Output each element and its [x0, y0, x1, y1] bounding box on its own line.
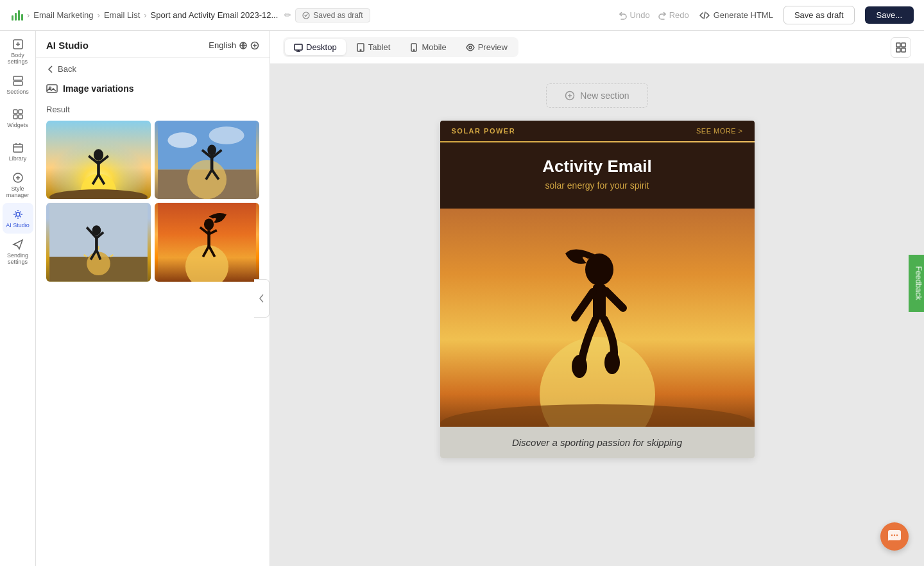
svg-point-52: [204, 219, 214, 230]
sidebar-item-body-settings[interactable]: Body settings: [3, 36, 33, 67]
feedback-btn[interactable]: Feedback: [909, 255, 924, 312]
sidebar-label-style-manager: Style manager: [3, 186, 33, 199]
svg-rect-64: [896, 43, 900, 47]
sidebar-item-widgets[interactable]: Widgets: [3, 103, 33, 133]
canvas-area: Desktop Tablet Mobile Preview: [270, 31, 924, 566]
canvas-scroll[interactable]: New section SOLAR POWER SEE MORE > Activ…: [270, 64, 924, 566]
desktop-label: Desktop: [306, 42, 337, 52]
generate-html-button[interactable]: Generate HTML: [699, 10, 773, 21]
sidebar-label-library: Library: [9, 156, 27, 162]
svg-point-80: [894, 535, 895, 536]
chat-fab[interactable]: [880, 522, 909, 551]
sidebar-item-library[interactable]: Library: [3, 136, 33, 167]
sidebar-item-ai-studio[interactable]: AI Studio: [3, 203, 33, 234]
new-section-label: New section: [580, 90, 629, 101]
preview-button[interactable]: Preview: [457, 39, 517, 55]
image-variation-4[interactable]: [155, 203, 259, 281]
undo-redo-group: Undo Redo: [619, 10, 689, 20]
breadcrumb-sep-1: ›: [27, 10, 30, 20]
svg-point-79: [891, 535, 893, 536]
svg-point-21: [94, 149, 103, 160]
email-header-bar: SOLAR POWER SEE MORE >: [440, 121, 755, 141]
svg-rect-12: [13, 144, 22, 152]
svg-point-13: [16, 212, 20, 216]
sidebar-item-sending-settings[interactable]: Sending settings: [3, 236, 33, 267]
svg-rect-0: [12, 15, 13, 21]
svg-point-32: [207, 144, 216, 155]
sidebar-label-sections: Sections: [6, 89, 29, 96]
result-label: Result: [36, 102, 270, 121]
save-button[interactable]: Save...: [865, 6, 914, 24]
draft-badge: Saved as draft: [295, 8, 370, 22]
svg-point-30: [167, 132, 197, 148]
sidebar-item-sections[interactable]: Sections: [3, 69, 33, 100]
svg-rect-11: [19, 115, 22, 119]
draft-status: Saved as draft: [313, 11, 363, 20]
image-variations-title: Image variations: [36, 76, 270, 102]
caption-text: Discover a sporting passion for skipping: [512, 437, 682, 448]
grid-view-button[interactable]: [891, 37, 911, 58]
new-section-button[interactable]: New section: [546, 83, 647, 108]
breadcrumb-current: Sport and Activity Email 2023-12...: [151, 10, 278, 20]
svg-point-60: [360, 49, 361, 51]
sidebar-label-body-settings: Body settings: [3, 53, 33, 65]
svg-point-62: [414, 49, 415, 51]
breadcrumb-email-list[interactable]: Email List: [104, 10, 140, 20]
topbar-actions: Undo Redo Generate HTML Save as draft Sa…: [619, 6, 914, 24]
desktop-view-button[interactable]: Desktop: [285, 39, 346, 55]
redo-button[interactable]: Redo: [658, 10, 689, 20]
email-main-title: Activity Email: [452, 157, 743, 176]
svg-rect-6: [13, 76, 22, 80]
svg-rect-58: [295, 44, 302, 50]
panel-title-row: AI Studio: [46, 40, 89, 51]
svg-point-31: [209, 126, 244, 144]
undo-button[interactable]: Undo: [619, 10, 650, 20]
email-see-more[interactable]: SEE MORE >: [696, 127, 743, 135]
svg-rect-67: [902, 48, 905, 52]
sidebar-label-widgets: Widgets: [7, 123, 28, 129]
ai-studio-panel: AI Studio English Back Image variations …: [36, 31, 270, 566]
topbar: › Email Marketing › Email List › Sport a…: [0, 0, 924, 31]
mobile-view-button[interactable]: Mobile: [400, 39, 455, 55]
feedback-button[interactable]: Feedback: [909, 255, 924, 312]
svg-point-81: [896, 535, 898, 536]
svg-rect-7: [13, 81, 22, 85]
email-subtitle: solar energy for your spirit: [452, 180, 743, 191]
view-switcher: Desktop Tablet Mobile Preview: [283, 37, 518, 57]
email-preview: SOLAR POWER SEE MORE > Activity Email so…: [440, 121, 755, 458]
breadcrumb: › Email Marketing › Email List › Sport a…: [10, 8, 613, 22]
svg-rect-3: [21, 14, 23, 21]
main-layout: Body settings Sections Widgets Library S…: [0, 31, 924, 566]
image-variation-1[interactable]: [46, 121, 151, 199]
svg-rect-2: [18, 10, 20, 21]
svg-rect-10: [13, 115, 17, 119]
breadcrumb-email-marketing[interactable]: Email Marketing: [33, 10, 93, 20]
feedback-label: Feedback: [914, 266, 923, 300]
svg-rect-9: [19, 110, 22, 114]
section-title-label: Image variations: [63, 83, 134, 94]
mobile-label: Mobile: [422, 42, 446, 52]
svg-rect-8: [13, 110, 17, 114]
language-label: English: [209, 40, 236, 50]
save-draft-button[interactable]: Save as draft: [783, 6, 855, 24]
svg-point-63: [469, 46, 472, 49]
sidebar-item-style-manager[interactable]: Style manager: [3, 169, 33, 200]
svg-rect-65: [902, 43, 905, 47]
icon-sidebar: Body settings Sections Widgets Library S…: [0, 31, 36, 566]
preview-label: Preview: [478, 42, 508, 52]
tablet-view-button[interactable]: Tablet: [347, 39, 400, 55]
panel-title: AI Studio: [46, 40, 89, 51]
edit-icon[interactable]: ✏: [284, 10, 291, 20]
breadcrumb-sep-2: ›: [98, 10, 100, 20]
image-variation-3[interactable]: [46, 203, 151, 281]
email-hero-image: [440, 209, 755, 427]
tablet-label: Tablet: [368, 42, 391, 52]
sidebar-label-ai-studio: AI Studio: [6, 223, 30, 229]
image-variation-2[interactable]: [155, 121, 259, 199]
svg-point-76: [572, 355, 587, 378]
language-selector[interactable]: English: [209, 40, 259, 50]
chart-icon: [10, 9, 23, 22]
email-brand: SOLAR POWER: [452, 127, 516, 135]
back-button[interactable]: Back: [36, 58, 270, 76]
panel-collapse-button[interactable]: [254, 279, 270, 318]
